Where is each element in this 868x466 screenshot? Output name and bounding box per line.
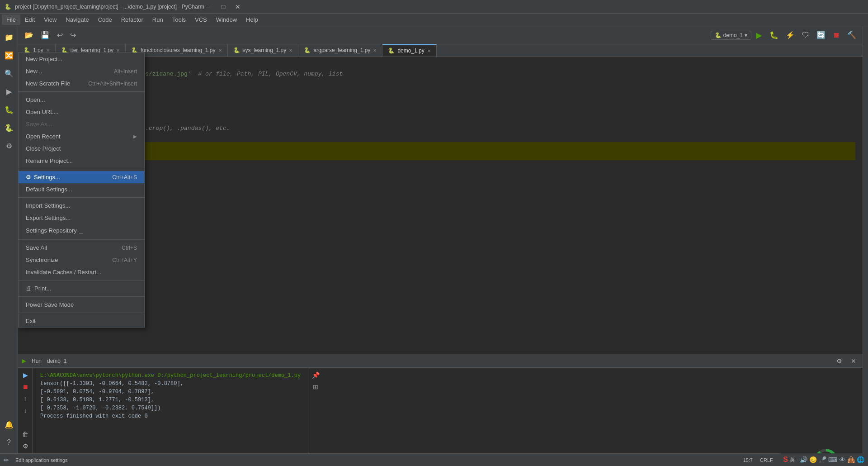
close-button[interactable]: ✕ bbox=[232, 2, 243, 11]
maximize-button[interactable]: □ bbox=[219, 2, 228, 11]
menu-tools[interactable]: Tools bbox=[168, 14, 190, 25]
menu-new-project[interactable]: New Project... bbox=[19, 53, 144, 65]
menu-new-shortcut: Alt+Insert bbox=[114, 68, 137, 75]
menu-open-url-label: Open URL... bbox=[26, 109, 58, 115]
run-settings2-btn[interactable]: ⚙ bbox=[20, 441, 31, 452]
profile-button[interactable]: ⚡ bbox=[783, 29, 797, 41]
code-editor[interactable]: s 'https://ultralytics.com/images/zidane… bbox=[18, 57, 863, 354]
menu-new-scratch-shortcut: Ctrl+Alt+Shift+Insert bbox=[88, 81, 137, 87]
menu-save-all-label: Save All bbox=[26, 244, 47, 251]
tray-icon-4: ⌨ bbox=[828, 456, 837, 463]
run-config-selector[interactable]: 🐍 demo_1 ▾ bbox=[711, 31, 751, 40]
run-restart-btn[interactable]: ▶ bbox=[20, 370, 31, 380]
toolbar: 📂 💾 ↩ ↪ 🐍 demo_1 ▾ ▶ 🐛 ⚡ 🛡 🔄 ⏹ 🔨 bbox=[18, 26, 863, 44]
menu-synchronize[interactable]: Synchronize Ctrl+Alt+Y bbox=[19, 254, 144, 266]
toolbar-redo-btn[interactable]: ↪ bbox=[67, 29, 79, 41]
coverage-button[interactable]: 🛡 bbox=[799, 29, 812, 41]
sidebar-search-icon[interactable]: 🔍 bbox=[2, 66, 16, 81]
right-scrollbar[interactable] bbox=[863, 26, 868, 453]
menu-invalidate-caches[interactable]: Invalidate Caches / Restart... bbox=[19, 266, 144, 278]
menu-refactor[interactable]: Refactor bbox=[117, 14, 148, 25]
status-edit-icon: ✏ bbox=[4, 456, 9, 464]
sidebar-python-icon[interactable]: 🐍 bbox=[2, 120, 16, 135]
menu-open-url[interactable]: Open URL... bbox=[19, 106, 144, 118]
toolbar-undo-btn[interactable]: ↩ bbox=[54, 29, 66, 41]
sidebar-project-icon[interactable]: 📁 bbox=[2, 30, 16, 44]
run-panel-settings-btn[interactable]: ⚙ bbox=[834, 356, 844, 366]
code-line: s bbox=[25, 61, 855, 70]
tab-close-demo[interactable]: ✕ bbox=[427, 48, 431, 53]
concurrency-button[interactable]: 🔄 bbox=[814, 29, 828, 41]
menu-navigate[interactable]: Navigate bbox=[61, 14, 93, 25]
tab-close-argparse[interactable]: ✕ bbox=[373, 48, 377, 53]
stop-button[interactable]: ⏹ bbox=[830, 29, 843, 41]
code-line: 'https://ultralytics.com/images/zidane.j… bbox=[25, 70, 855, 79]
menu-print[interactable]: 🖨 Print... bbox=[19, 282, 144, 295]
run-status-icon: ▶ bbox=[22, 357, 26, 364]
tab-demo[interactable]: 🐍 demo_1.py ✕ bbox=[382, 44, 436, 57]
menu-help[interactable]: Help bbox=[241, 14, 263, 25]
menu-import-settings[interactable]: Import Settings... bbox=[19, 200, 144, 212]
tab-bar: 🐍 1.py ✕ 🐍 iter_learning_1.py ✕ 🐍 functi… bbox=[18, 44, 863, 57]
sidebar-debug-icon[interactable]: 🐛 bbox=[2, 102, 16, 117]
settings-icon: ⚙ bbox=[26, 174, 31, 181]
menu-new-scratch[interactable]: New Scratch File Ctrl+Alt+Shift+Insert bbox=[19, 77, 144, 90]
tab-close-func[interactable]: ✕ bbox=[218, 48, 222, 53]
menu-exit[interactable]: Exit bbox=[19, 315, 144, 327]
tab-close-1[interactable]: ✕ bbox=[46, 48, 50, 53]
tray-dot: · bbox=[797, 457, 798, 462]
run-button[interactable]: ▶ bbox=[753, 29, 765, 42]
menu-run[interactable]: Run bbox=[148, 14, 168, 25]
run-scroll-down-btn[interactable]: ↓ bbox=[20, 405, 31, 416]
run-content-area: ▶ ⏹ ↑ ↓ 🗑 ⚙ E:\ANACONDA\envs\pytorch\pyt… bbox=[18, 368, 863, 453]
toolbar-save-btn[interactable]: 💾 bbox=[38, 29, 52, 41]
tray-icon-7: 🌐 bbox=[857, 456, 864, 463]
tab-close-sys[interactable]: ✕ bbox=[289, 48, 292, 53]
menu-window[interactable]: Window bbox=[212, 14, 241, 25]
menu-export-settings[interactable]: Export Settings... bbox=[19, 212, 144, 224]
tab-sys[interactable]: 🐍 sys_learning_1.py ✕ bbox=[228, 44, 299, 57]
tray-lang: 英 bbox=[790, 456, 795, 463]
menu-settings[interactable]: ⚙ Settings... Ctrl+Alt+S bbox=[19, 171, 144, 183]
menu-vcs[interactable]: VCS bbox=[190, 14, 212, 25]
run-output-exit: Process finished with exit code 0 bbox=[40, 412, 301, 420]
menu-edit[interactable]: Edit bbox=[20, 14, 39, 25]
menu-rename-project[interactable]: Rename Project... bbox=[19, 155, 144, 167]
tab-close-iter[interactable]: ✕ bbox=[116, 48, 120, 53]
run-clear-btn[interactable]: 🗑 bbox=[20, 429, 31, 440]
menu-view[interactable]: View bbox=[39, 14, 61, 25]
menu-file[interactable]: File bbox=[2, 14, 20, 25]
menu-close-project[interactable]: Close Project bbox=[19, 143, 144, 155]
run-right-controls: 📌 ⊞ bbox=[308, 368, 323, 453]
run-stop-btn[interactable]: ⏹ bbox=[20, 381, 31, 392]
sidebar-git-icon[interactable]: 🔀 bbox=[2, 48, 16, 62]
debug-button[interactable]: 🐛 bbox=[767, 29, 781, 41]
run-layout-btn[interactable]: ⊞ bbox=[310, 381, 321, 392]
run-config-name: demo_1 bbox=[47, 358, 66, 364]
menu-new[interactable]: New... Alt+Insert bbox=[19, 65, 144, 77]
minimize-button[interactable]: ─ bbox=[204, 2, 214, 11]
menu-save-all[interactable]: Save All Ctrl+S bbox=[19, 242, 144, 254]
tab-argparse[interactable]: 🐍 argparse_learning_1.py ✕ bbox=[298, 44, 382, 57]
sidebar-settings-icon[interactable]: ⚙ bbox=[2, 138, 16, 153]
menu-open-recent-label: Open Recent bbox=[26, 133, 61, 140]
toolbar-open-btn[interactable]: 📂 bbox=[22, 29, 36, 41]
left-sidebar: 📁 🔀 🔍 ▶ 🐛 🐍 ⚙ 🔔 ? bbox=[0, 26, 18, 453]
menu-open-recent[interactable]: Open Recent ▶ bbox=[19, 130, 144, 143]
run-pin-btn[interactable]: 📌 bbox=[310, 370, 321, 380]
tray-icon-5: 👁 bbox=[839, 456, 845, 463]
run-panel-close-btn[interactable]: ✕ bbox=[848, 356, 859, 366]
menu-power-save[interactable]: Power Save Mode bbox=[19, 299, 144, 311]
menu-settings-repository[interactable]: Settings Repository ＿ bbox=[19, 224, 144, 238]
menu-open[interactable]: Open... bbox=[19, 94, 144, 106]
run-scroll-up-btn[interactable]: ↑ bbox=[20, 393, 31, 404]
run-tab-label[interactable]: Run bbox=[32, 358, 42, 364]
menu-save-all-shortcut: Ctrl+S bbox=[122, 245, 137, 251]
menu-code[interactable]: Code bbox=[94, 14, 117, 25]
sidebar-run-icon[interactable]: ▶ bbox=[2, 84, 16, 99]
sidebar-notifications-icon[interactable]: 🔔 bbox=[2, 417, 16, 432]
run-side-controls: ▶ ⏹ ↑ ↓ 🗑 ⚙ bbox=[18, 368, 33, 453]
sidebar-help-icon[interactable]: ? bbox=[2, 435, 16, 450]
menu-default-settings[interactable]: Default Settings... bbox=[19, 183, 144, 195]
build-button[interactable]: 🔨 bbox=[844, 29, 859, 41]
